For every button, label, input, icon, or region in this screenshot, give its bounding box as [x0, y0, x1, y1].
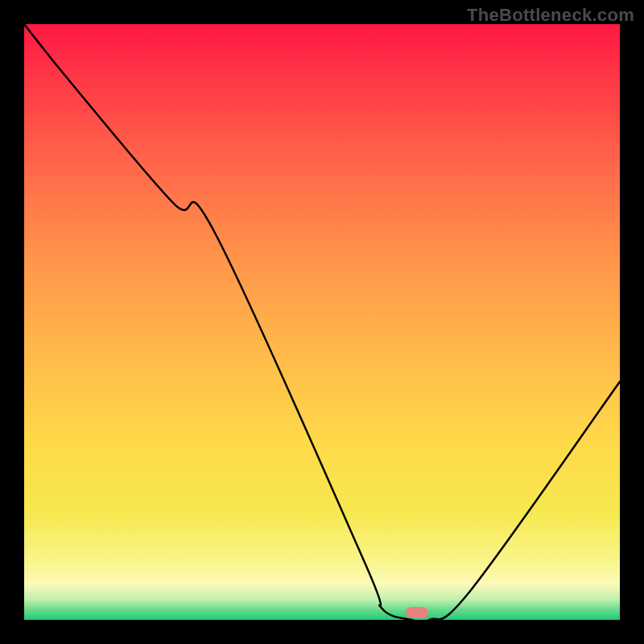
bottleneck-curve — [24, 24, 620, 620]
plot-area — [24, 24, 620, 620]
chart-container: TheBottleneck.com — [0, 0, 644, 644]
optimal-marker — [406, 607, 428, 618]
watermark-text: TheBottleneck.com — [467, 5, 634, 26]
